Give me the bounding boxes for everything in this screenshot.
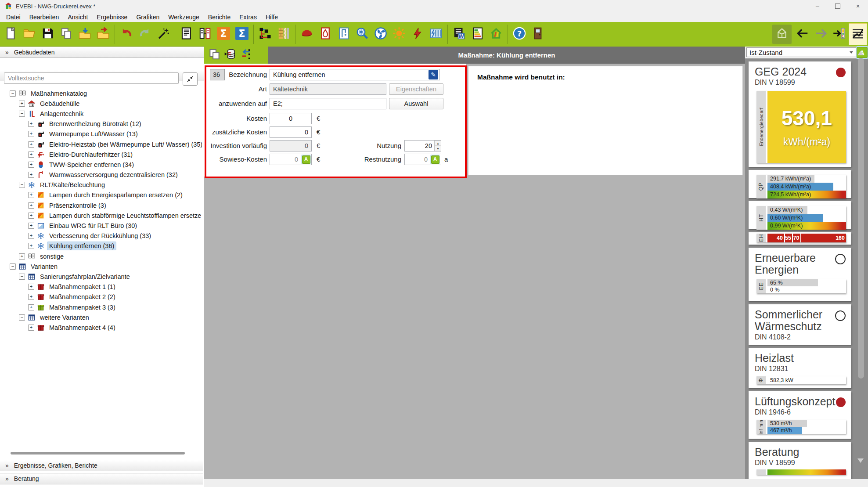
tree-item[interactable]: +Maßnahmenpaket 2 (2): [0, 292, 202, 302]
collapse-icon[interactable]: −: [10, 263, 16, 270]
menu-ergebnisse[interactable]: Ergebnisse: [92, 13, 132, 21]
tree-item[interactable]: +Präsenzkontrolle (3): [0, 200, 202, 210]
tree-item[interactable]: +Kühlung entfernen (36): [0, 241, 202, 251]
expand-icon[interactable]: +: [28, 172, 34, 178]
wall-construction-button[interactable]: [274, 24, 293, 45]
tree-item[interactable]: −weitere Varianten: [0, 312, 202, 322]
collapse-tree-button[interactable]: [183, 72, 198, 86]
card-qp[interactable]: QP291,7 kWh/(m²a)408,4 kWh/(m²a)724,5 kW…: [749, 170, 851, 198]
expand-icon[interactable]: +: [19, 101, 25, 107]
menu-extras[interactable]: Extras: [235, 13, 261, 21]
tree-item[interactable]: +TWW-Speicher entfernen (34): [0, 159, 202, 170]
ventilation-fan-button[interactable]: [371, 24, 390, 45]
tree-item[interactable]: +Einbau WRG für RLT Büro (30): [0, 220, 202, 231]
redo-button[interactable]: [136, 24, 154, 45]
open-folder-button[interactable]: [20, 24, 39, 45]
copy-pages-button[interactable]: [209, 48, 220, 62]
collapse-icon[interactable]: −: [19, 182, 25, 188]
kosten-input[interactable]: [270, 113, 312, 124]
collapse-icon[interactable]: −: [19, 314, 25, 321]
minimize-button[interactable]: –: [807, 0, 828, 12]
card-heizlast[interactable]: Heizlast DIN 12831 Φ582,3 kW: [749, 348, 851, 388]
tree-item[interactable]: −Anlagentechnik: [0, 108, 202, 119]
menu-grafiken[interactable]: Grafiken: [132, 13, 164, 21]
scroll-up-icon[interactable]: [857, 51, 864, 55]
spin-down-icon[interactable]: ▼: [435, 146, 441, 151]
tree-item[interactable]: +Wärmepumpe Luft/Wasser (13): [0, 129, 202, 139]
energy-label-button[interactable]: [468, 24, 487, 45]
scroll-down-icon[interactable]: [857, 458, 864, 463]
sigma-orange-button[interactable]: Σ: [214, 24, 233, 45]
expand-icon[interactable]: +: [28, 243, 34, 249]
tree-item[interactable]: +sonstige: [0, 251, 202, 261]
expand-icon[interactable]: +: [28, 141, 34, 148]
card-erneuerbare[interactable]: Erneuerbare Energien EE65 %0 %: [749, 248, 851, 301]
nutzung-spinner[interactable]: ▲ ▼: [434, 141, 441, 151]
tree-item[interactable]: −Varianten: [0, 261, 202, 271]
expand-icon[interactable]: +: [19, 253, 25, 260]
copy-button[interactable]: [57, 24, 76, 45]
collapse-icon[interactable]: −: [19, 111, 25, 117]
database-button[interactable]: [224, 48, 236, 62]
menu-berichte[interactable]: Berichte: [204, 13, 235, 21]
transfer-button[interactable]: [239, 48, 251, 62]
chart-button[interactable]: [849, 23, 867, 45]
collapse-icon[interactable]: −: [10, 90, 16, 97]
vertical-scrollbar-thumb[interactable]: [858, 58, 864, 379]
expand-icon[interactable]: +: [28, 192, 34, 198]
heating-flame-button[interactable]: [316, 24, 335, 45]
tree-item[interactable]: +Gebäudehülle: [0, 98, 202, 108]
close-button[interactable]: ×: [848, 0, 868, 12]
search-cooling-button[interactable]: [353, 24, 371, 45]
undo-button[interactable]: [117, 24, 136, 45]
card-beratung[interactable]: Beratung DIN V 18599: [749, 442, 851, 484]
tree-item[interactable]: +Verbesserung der Rückkühlung (33): [0, 231, 202, 241]
import-folder-button[interactable]: [76, 24, 94, 45]
tree-item[interactable]: +Lampen durch stabförmige Leuchtstofflam…: [0, 210, 202, 220]
report-button[interactable]: [177, 24, 196, 45]
expand-icon[interactable]: +: [28, 202, 34, 209]
new-document-button[interactable]: [2, 24, 20, 45]
eigenschaften-button[interactable]: Eigenschaften: [389, 83, 443, 95]
flow-tree-button[interactable]: [256, 24, 274, 45]
expand-icon[interactable]: +: [28, 284, 34, 290]
save-button[interactable]: [39, 24, 57, 45]
tree-item[interactable]: +Maßnahmenpaket 4 (4): [0, 322, 202, 332]
piping-button[interactable]: [335, 24, 353, 45]
tree-item[interactable]: −Sanierungsfahrplan/Zielvariante: [0, 271, 202, 281]
roof-cap-button[interactable]: [298, 24, 316, 45]
radiator-button[interactable]: [427, 24, 445, 45]
expand-icon[interactable]: +: [28, 233, 34, 239]
auto-value-badge[interactable]: A: [430, 155, 440, 164]
expand-icon[interactable]: +: [28, 304, 34, 310]
forward-button[interactable]: [812, 24, 830, 45]
card-ht[interactable]: HT0,43 W/(m²K)0,60 W/(m²K)0,99 W/(m²K): [749, 201, 851, 229]
maximize-button[interactable]: [828, 0, 848, 12]
collapse-icon[interactable]: −: [19, 274, 25, 280]
menu-ansicht[interactable]: Ansicht: [63, 13, 92, 21]
expand-icon[interactable]: +: [28, 213, 34, 219]
tree-item[interactable]: −RLT/Kälte/Beleuchtung: [0, 180, 202, 190]
zusatz-kosten-input[interactable]: [270, 126, 312, 138]
expand-icon[interactable]: +: [28, 131, 34, 137]
menu-hilfe[interactable]: Hilfe: [261, 13, 282, 21]
expand-icon[interactable]: +: [28, 223, 34, 229]
panel-header-ergebnisse[interactable]: » Ergebnisse, Grafiken, Berichte: [0, 460, 203, 471]
house-3d-button[interactable]: [772, 25, 792, 44]
scrollbar-thumb[interactable]: [11, 452, 185, 455]
expand-icon[interactable]: +: [28, 152, 34, 158]
card-lueftung[interactable]: Lüftungskonzept DIN 1946-6 inf min530 m³…: [749, 391, 851, 439]
menu-bearbeiten[interactable]: Bearbeiten: [25, 13, 64, 21]
panel-header-gebaeudedaten[interactable]: » Gebäudedaten: [0, 47, 204, 58]
tree-item[interactable]: +Lampen durch Energiesparlampen ersetzen…: [0, 190, 202, 200]
card-eh[interactable]: EH 405570160: [749, 232, 851, 245]
menu-werkzeuge[interactable]: Werkzeuge: [164, 13, 204, 21]
panel-header-beratung[interactable]: » Beratung: [0, 473, 203, 484]
electricity-bolt-button[interactable]: [408, 24, 427, 45]
spin-up-icon[interactable]: ▲: [435, 141, 441, 146]
auto-value-badge[interactable]: A: [301, 155, 311, 164]
tree-item[interactable]: +Maßnahmenpaket 1 (1): [0, 282, 202, 292]
bezeichnung-input[interactable]: [270, 69, 440, 80]
word-report-button[interactable]: W: [450, 24, 468, 45]
tree-item[interactable]: +Warmwasserversorgung dezentralisieren (…: [0, 170, 202, 180]
